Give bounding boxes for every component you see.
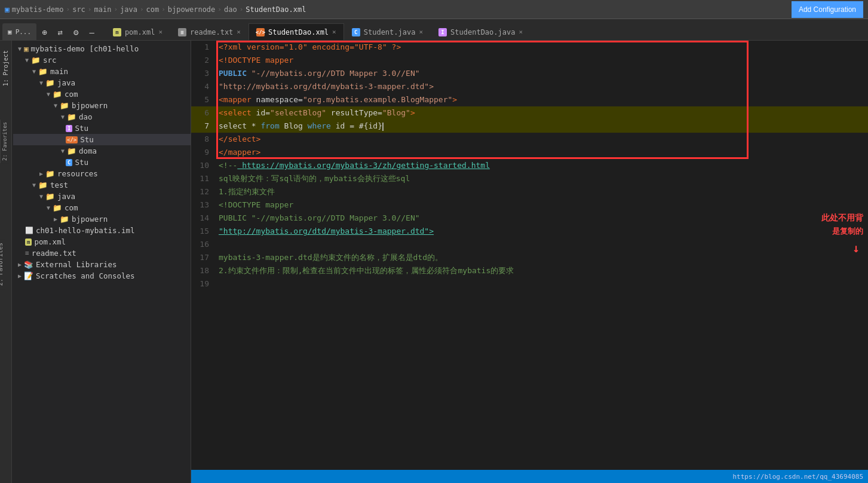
panel-tab-structure[interactable]: 2: Favorites [0, 120, 9, 163]
tree-item-test-com[interactable]: ▼ 📁 com [13, 202, 191, 213]
close-readme-txt[interactable]: × [237, 28, 241, 36]
project-icon: ▣ [5, 5, 10, 14]
sep6: › [217, 5, 222, 13]
line-number-14: 14 [191, 212, 216, 225]
tab-studentdao-java[interactable]: I StudentDao.java × [431, 23, 530, 40]
tree-item-stu-class[interactable]: C Stu [13, 157, 191, 168]
tree-item-test-java[interactable]: ▼ 📁 java [13, 191, 191, 202]
line-number-8: 8 [191, 133, 216, 146]
tab-minus-icon[interactable]: — [84, 23, 99, 40]
tree-item-dao[interactable]: ▼ 📁 dao [13, 111, 191, 123]
tree-item-main[interactable]: ▼ 📁 main [13, 66, 191, 77]
add-configuration-button[interactable]: Add Configuration [792, 1, 863, 18]
minus-icon: — [89, 27, 94, 37]
tree-item-pom-xml[interactable]: m pom.xml [13, 236, 191, 247]
breadcrumb-com[interactable]: com [146, 5, 160, 14]
folder-icon: 📁 [60, 215, 69, 224]
tab-studentdao-xml[interactable]: </> StudentDao.xml × [249, 23, 344, 40]
sep1: › [66, 5, 70, 13]
student-java-icon: C [352, 28, 360, 36]
tree-item-domain[interactable]: ▼ 📁 doma [13, 145, 191, 157]
breadcrumb-studentdao-xml[interactable]: StudentDao.xml [246, 5, 306, 14]
line-number-3: 3 [191, 67, 216, 80]
studentdao-java-icon: I [438, 28, 447, 36]
code-line-11: 11 sql映射文件：写sql语句的，mybatis会执行这些sql [191, 172, 868, 185]
tree-item-iml[interactable]: ⬜ ch01-hello-mybatis.iml [13, 225, 191, 236]
cursor [382, 123, 384, 131]
lib-icon: 📚 [24, 260, 33, 269]
breadcrumb-bjpowernode[interactable]: bjpowernode [168, 5, 215, 14]
breadcrumb-src[interactable]: src [72, 5, 85, 14]
folder-icon: 📁 [45, 192, 55, 201]
folder-icon: 📁 [53, 203, 62, 212]
sidebar: 1: Project ▼ ▣ mybatis-demo [ch01-hello … [0, 41, 191, 483]
tree-item-test[interactable]: ▼ 📁 test [13, 179, 191, 191]
line-content-9: </mapper> [216, 146, 868, 159]
tree-item-test-bjpowernode[interactable]: ▶ 📁 bjpowern [13, 213, 191, 225]
expand-icon: ▼ [54, 102, 57, 109]
line-content-14: PUBLIC "-//mybatis.org//DTD Mapper 3.0//… [216, 212, 868, 225]
sep5: › [161, 5, 165, 13]
tab-pom-xml[interactable]: m pom.xml × [105, 23, 170, 40]
expand-icon: ▶ [18, 273, 22, 279]
code-line-8: 8 </select> [191, 133, 868, 146]
editor: 此处不用背 是复制的 ↓ 1 <?xml version="1.0" encod… [191, 41, 868, 483]
project-tree: ▼ ▣ mybatis-demo [ch01-hello ▼ 📁 src ▼ 📁… [13, 41, 191, 284]
annotation-text: 此处不用背 [821, 213, 863, 224]
tree-item-scratches[interactable]: ▶ 📝 Scratches and Consoles [13, 270, 191, 282]
tab-readme-txt[interactable]: ≡ readme.txt × [170, 23, 249, 40]
tree-item-readme-txt[interactable]: ≡ readme.txt [13, 247, 191, 259]
line-content-1: <?xml version="1.0" encoding="UTF-8" ?> [216, 41, 868, 54]
pom-xml-icon: m [113, 28, 121, 36]
tree-item-bjpowernode[interactable]: ▼ 📁 bjpowern [13, 100, 191, 111]
line-content-4: "http://mybatis.org/dtd/mybatis-3-mapper… [216, 80, 868, 93]
breadcrumb-dao[interactable]: dao [224, 5, 237, 14]
tree-item-stu-interface[interactable]: I Stu [13, 123, 191, 134]
line-content-6: <select id="selectBlog" resultType="Blog… [216, 106, 868, 120]
tree-item-stu-xml[interactable]: </> Stu [13, 134, 191, 145]
line-number-19: 19 [191, 277, 216, 291]
editor-content[interactable]: 此处不用背 是复制的 ↓ 1 <?xml version="1.0" encod… [191, 41, 868, 470]
close-pom-xml[interactable]: × [158, 28, 162, 36]
line-content-10: <!-- https://mybatis.org/mybatis-3/zh/ge… [216, 159, 868, 172]
annotation-arrow: ↓ [852, 241, 860, 255]
line-content-8: </select> [216, 133, 868, 146]
tree-item-mybatis-demo[interactable]: ▼ ▣ mybatis-demo [ch01-hello [13, 43, 191, 54]
tree-item-src[interactable]: ▼ 📁 src [13, 54, 191, 66]
line-content-15: "http://mybatis.org/dtd/mybatis-3-mapper… [216, 225, 868, 238]
tab-arrows-icon[interactable]: ⇄ [53, 23, 68, 40]
tab-bar: ▣ P... ⊕ ⇄ ⚙ — m pom.xml × ≡ readme.txt … [0, 19, 868, 41]
code-line-7: 7 select * from Blog where id = #{id} [191, 120, 868, 133]
close-studentdao-xml[interactable]: × [332, 28, 336, 36]
project-panel-icon: ▣ [8, 28, 12, 36]
folder-icon: 📁 [45, 169, 55, 178]
code-line-12: 12 1.指定约束文件 [191, 185, 868, 198]
close-student-java[interactable]: × [419, 28, 423, 36]
folder-icon: 📁 [45, 78, 55, 87]
breadcrumb-main[interactable]: main [94, 5, 111, 14]
tab-gear-icon[interactable]: ⚙ [68, 23, 84, 40]
folder-icon: 📁 [31, 56, 41, 65]
line-number-15: 15 [191, 225, 216, 238]
annotation-subtext: 是复制的 [832, 226, 863, 237]
java-interface-icon: I [66, 125, 72, 132]
tree-item-com[interactable]: ▼ 📁 com [13, 88, 191, 100]
breadcrumb-mybatis-demo[interactable]: mybatis-demo [12, 5, 64, 14]
expand-icon: ▼ [61, 148, 65, 154]
folder-icon: 📁 [60, 101, 69, 110]
tree-item-java[interactable]: ▼ 📁 java [13, 77, 191, 88]
line-content-18: 2.约束文件作用：限制,检查在当前文件中出现的标签，属性必须符合mybatis的… [216, 264, 868, 277]
tab-student-java[interactable]: C Student.java × [344, 23, 431, 40]
favorites-panel-tab[interactable]: 2: Favorites [0, 239, 5, 289]
expand-icon: ▼ [18, 45, 22, 52]
tree-item-external-libs[interactable]: ▶ 📚 External Libraries [13, 259, 191, 270]
sep2: › [88, 5, 92, 13]
tab-project-panel[interactable]: ▣ P... [2, 23, 36, 40]
breadcrumb-java[interactable]: java [120, 5, 137, 14]
tree-item-resources[interactable]: ▶ 📁 resources [13, 168, 191, 179]
sidebar-tab-project[interactable]: 1: Project [1, 45, 10, 91]
expand-icon: ▶ [39, 170, 43, 177]
code-line-14: 14 PUBLIC "-//mybatis.org//DTD Mapper 3.… [191, 212, 868, 225]
tab-global-icon[interactable]: ⊕ [36, 23, 52, 40]
close-studentdao-java[interactable]: × [519, 28, 523, 36]
